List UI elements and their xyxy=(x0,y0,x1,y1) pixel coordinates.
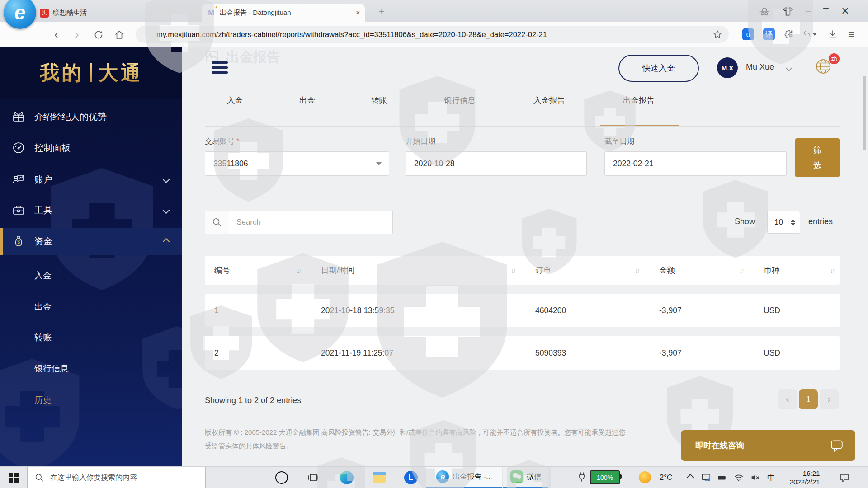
money-bag-icon: $ xyxy=(12,235,25,248)
tray-expand-button[interactable] xyxy=(684,467,697,488)
taskbar-app-wechat[interactable]: 微信 xyxy=(503,467,548,488)
tab-deposit[interactable]: 入金 xyxy=(227,95,243,106)
spinner-arrows-icon[interactable] xyxy=(791,219,795,226)
tab-deposit-report[interactable]: 入金报告 xyxy=(533,95,565,106)
pagination-page-1[interactable]: 1 xyxy=(799,389,818,409)
sidebar-item-ib-advantages[interactable]: 介绍经纪人的优势 xyxy=(0,104,182,129)
sidebar-subitem-deposit[interactable]: 入金 xyxy=(34,267,52,285)
column-header-amount[interactable]: 金额↓↑ xyxy=(650,265,754,276)
main-content: 出金报告 快速入金 M.X Mu Xue zh 入金 出金 转账 银行信息 入金… xyxy=(182,47,868,466)
restore-icon[interactable] xyxy=(823,8,829,14)
browser-tab-lenovo[interactable]: 头 联想酷生活 xyxy=(40,4,175,22)
tray-battery[interactable] xyxy=(715,467,730,488)
translate-icon[interactable]: 译 xyxy=(763,28,775,40)
speaker-muted-icon xyxy=(750,473,760,483)
tray-display-sync[interactable] xyxy=(699,467,713,488)
download-icon[interactable] xyxy=(827,29,838,40)
tab-bank-info[interactable]: 银行信息 xyxy=(444,95,476,106)
sidebar-item-tools[interactable]: 工具 xyxy=(0,197,182,223)
account-label: 交易账号* xyxy=(205,136,239,146)
sidebar-item-funds[interactable]: $ 资金 xyxy=(0,229,182,254)
sidebar-item-label: 账户 xyxy=(34,174,52,186)
taskbar-search-input[interactable] xyxy=(49,473,187,482)
brand-logo-left: 我的 xyxy=(40,60,84,86)
file-explorer-button[interactable] xyxy=(368,467,391,488)
extension-zero-badge[interactable]: 0 xyxy=(742,28,754,40)
action-center-button[interactable] xyxy=(835,467,854,488)
url-text: my.mexjituan.com/zh/traders-cabinet/repo… xyxy=(156,30,706,39)
sidebar-subitem-withdrawal[interactable]: 出金 xyxy=(34,298,52,316)
scrollbar-thumb[interactable] xyxy=(863,76,866,150)
sidebar-subitem-bank-info[interactable]: 银行信息 xyxy=(34,360,69,378)
task-view-button[interactable] xyxy=(302,467,325,488)
taskbar-app-report[interactable]: e 出金报告 -... xyxy=(426,467,502,488)
table-search[interactable] xyxy=(205,211,393,234)
incognito-icon[interactable] xyxy=(759,5,770,17)
gift-icon xyxy=(12,110,25,123)
filter-submit-button[interactable]: 筛 选 xyxy=(795,138,840,177)
power-plug-indicator[interactable] xyxy=(575,467,589,488)
address-bar[interactable]: my.mexjituan.com/zh/traders-cabinet/repo… xyxy=(136,26,729,43)
forward-icon[interactable]: › xyxy=(75,27,79,42)
battery-icon: 100% xyxy=(590,470,620,484)
back-icon[interactable]: ‹ xyxy=(54,27,58,42)
user-name[interactable]: Mu Xue xyxy=(746,62,774,72)
sidebar-item-accounts[interactable]: 账户 xyxy=(0,167,182,192)
account-select[interactable]: 33511806 xyxy=(205,151,389,176)
temperature-label[interactable]: 2°C xyxy=(655,467,677,488)
home-icon[interactable] xyxy=(114,29,125,40)
sort-icon: ↓↑ xyxy=(635,267,639,274)
live-chat-widget[interactable]: 即时在线咨询 xyxy=(681,430,855,461)
tab-transfer[interactable]: 转账 xyxy=(371,95,387,106)
undo-dropdown-icon[interactable] xyxy=(813,33,816,36)
close-window-icon[interactable]: ✕ xyxy=(841,5,849,17)
start-button[interactable] xyxy=(0,467,27,488)
new-tab-button[interactable]: + xyxy=(379,5,385,17)
tray-volume[interactable] xyxy=(748,467,762,488)
bookmark-star-icon[interactable] xyxy=(712,29,722,39)
reload-icon[interactable] xyxy=(93,29,104,40)
browser-menu-icon[interactable]: ≡ xyxy=(848,28,854,41)
window-controls: – ✕ xyxy=(759,0,849,22)
undo-icon[interactable] xyxy=(802,29,812,39)
tab-withdrawal[interactable]: 出金 xyxy=(299,95,315,106)
close-tab-icon[interactable]: × xyxy=(355,8,360,18)
notification-icon xyxy=(839,472,850,483)
ime-indicator[interactable]: 中 xyxy=(764,467,778,488)
tab-withdrawal-report[interactable]: 出金报告 xyxy=(623,95,655,106)
column-header-datetime[interactable]: 日期/时间↓↑ xyxy=(311,265,526,276)
column-header-id[interactable]: 编号↓↑ xyxy=(205,265,311,276)
page-size-select[interactable]: 10 xyxy=(767,211,800,234)
browser-tab-report[interactable]: M* 出金报告 - Datongjituan × xyxy=(202,4,365,22)
clock-time: 16:21 xyxy=(790,469,820,478)
quick-deposit-button[interactable]: 快速入金 xyxy=(618,55,699,82)
sidebar-item-dashboard[interactable]: 控制面板 xyxy=(0,135,182,160)
edge-button[interactable] xyxy=(335,467,358,488)
wechat-icon xyxy=(510,470,523,483)
page-size-value: 10 xyxy=(774,218,783,227)
avatar[interactable]: M.X xyxy=(717,57,738,78)
lenovo-app-button[interactable]: L xyxy=(400,467,422,488)
header-divider xyxy=(797,47,797,89)
column-header-order[interactable]: 订单↓↑ xyxy=(526,265,650,276)
battery-indicator[interactable]: 100% xyxy=(589,467,621,488)
pagination-prev[interactable]: ‹ xyxy=(778,389,797,409)
cortana-button[interactable] xyxy=(270,467,293,488)
sidebar-subitem-history[interactable]: 历史 xyxy=(34,391,52,409)
minimize-icon[interactable]: – xyxy=(806,5,811,17)
cell-order: 4604200 xyxy=(526,306,650,315)
sidebar-subitem-transfer[interactable]: 转账 xyxy=(34,328,52,347)
clock[interactable]: 16:212022/2/21 xyxy=(782,467,827,488)
weather-button[interactable] xyxy=(637,467,653,488)
start-date-input[interactable]: 2020-10-28 xyxy=(406,151,587,176)
search-input[interactable] xyxy=(229,211,392,234)
pagination-next[interactable]: › xyxy=(820,389,839,409)
column-header-currency[interactable]: 币种↓↑ xyxy=(754,265,840,276)
tray-network[interactable] xyxy=(731,467,746,488)
end-date-input[interactable]: 2022-02-21 xyxy=(604,151,787,176)
extensions-puzzle-icon[interactable] xyxy=(784,29,795,40)
menu-hamburger-icon[interactable] xyxy=(212,61,228,76)
skin-icon[interactable] xyxy=(782,5,794,17)
brand-logo[interactable]: 我的 大通 xyxy=(0,47,182,99)
taskbar-search[interactable] xyxy=(27,467,206,488)
